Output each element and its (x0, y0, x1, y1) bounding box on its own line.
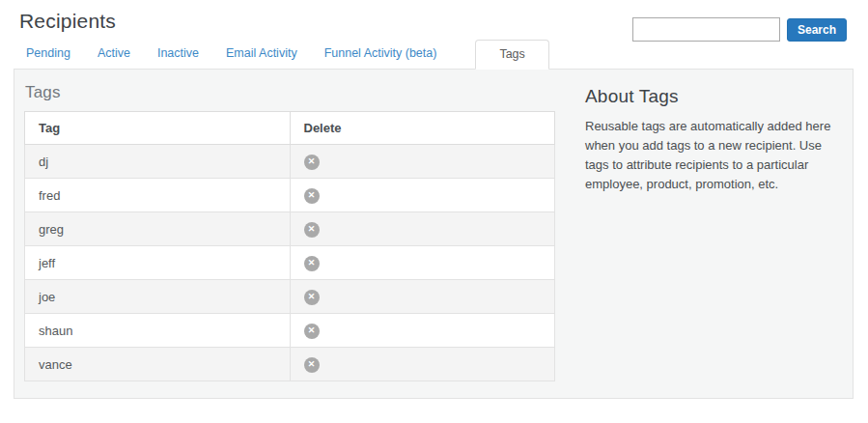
circle-x-icon[interactable]: ✕ (304, 290, 320, 305)
tags-panel: Tags Tag Delete dj✕fred✕greg✕jeff✕joe✕sh… (14, 69, 854, 399)
search-input[interactable] (632, 17, 780, 42)
table-row: greg✕ (25, 212, 555, 246)
tab-active[interactable]: Active (98, 46, 130, 69)
tab-pending[interactable]: Pending (26, 46, 70, 69)
delete-cell: ✕ (290, 212, 555, 246)
table-header-row: Tag Delete (25, 112, 555, 145)
delete-cell: ✕ (290, 179, 555, 212)
delete-cell: ✕ (290, 314, 555, 348)
tab-tags[interactable]: Tags (475, 40, 548, 70)
tags-section: Tags Tag Delete dj✕fred✕greg✕jeff✕joe✕sh… (24, 83, 555, 381)
tag-name-cell: dj (25, 145, 291, 179)
top-bar: Recipients Search (0, 0, 868, 42)
tab-funnel-activity-beta[interactable]: Funnel Activity (beta) (324, 46, 437, 69)
circle-x-icon[interactable]: ✕ (304, 222, 320, 238)
table-row: fred✕ (25, 179, 555, 212)
circle-x-icon[interactable]: ✕ (304, 188, 320, 204)
table-row: dj✕ (25, 145, 555, 179)
table-row: jeff✕ (25, 246, 555, 280)
tags-table: Tag Delete dj✕fred✕greg✕jeff✕joe✕shaun✕v… (24, 111, 555, 381)
recipients-page: Recipients Search PendingActiveInactiveE… (0, 0, 868, 423)
delete-cell: ✕ (290, 246, 555, 280)
tab-bar: PendingActiveInactiveEmail ActivityFunne… (0, 42, 868, 69)
column-header-tag: Tag (25, 112, 291, 145)
delete-cell: ✕ (290, 348, 555, 381)
about-tags-section: About Tags Reusable tags are automatical… (585, 83, 841, 381)
column-header-delete: Delete (290, 112, 555, 145)
tab-email-activity[interactable]: Email Activity (226, 46, 297, 69)
delete-cell: ✕ (290, 280, 555, 314)
circle-x-icon[interactable]: ✕ (304, 324, 320, 339)
table-row: shaun✕ (25, 314, 555, 348)
page-title: Recipients (19, 10, 116, 33)
about-tags-text: Reusable tags are automatically added he… (585, 117, 841, 195)
table-row: vance✕ (25, 348, 555, 381)
tab-inactive[interactable]: Inactive (157, 46, 199, 69)
tag-name-cell: greg (25, 212, 291, 246)
tag-name-cell: fred (25, 179, 291, 212)
search-area: Search (632, 17, 847, 42)
tag-name-cell: vance (25, 348, 291, 381)
search-button[interactable]: Search (787, 18, 847, 42)
tag-name-cell: joe (25, 280, 291, 314)
panel-heading: Tags (25, 83, 555, 102)
circle-x-icon[interactable]: ✕ (304, 155, 320, 170)
tag-name-cell: jeff (25, 246, 291, 280)
tag-name-cell: shaun (25, 314, 291, 348)
about-tags-heading: About Tags (585, 86, 841, 107)
circle-x-icon[interactable]: ✕ (304, 357, 320, 373)
circle-x-icon[interactable]: ✕ (304, 256, 320, 271)
delete-cell: ✕ (290, 145, 555, 179)
table-row: joe✕ (25, 280, 555, 314)
